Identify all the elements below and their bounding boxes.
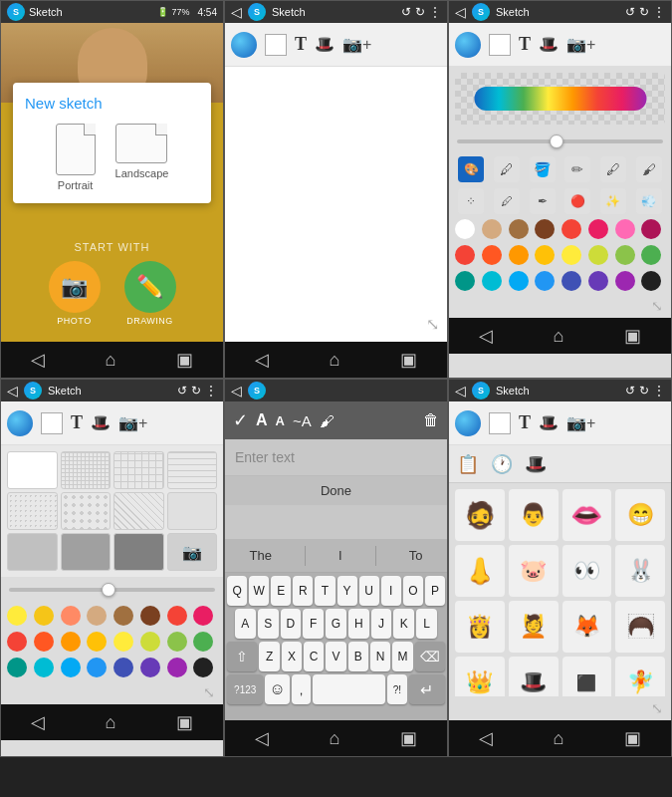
portrait-option[interactable]: Portrait [56, 124, 96, 191]
sticker-fox-ears[interactable]: 🦊 [562, 601, 612, 653]
key-a[interactable]: A [235, 609, 256, 639]
color-swatch[interactable] [561, 245, 581, 265]
key-j[interactable]: J [371, 609, 392, 639]
sticker-rabbit-ears[interactable]: 🐰 [615, 545, 665, 597]
back-icon-2[interactable]: ◁ [231, 4, 242, 20]
key-shift[interactable]: ⇧ [227, 642, 257, 671]
color-swatch[interactable] [588, 245, 608, 265]
texture-gray-light[interactable] [167, 492, 218, 530]
back-btn-1[interactable]: ◁ [31, 349, 45, 371]
recents-btn-3[interactable]: ▣ [624, 325, 641, 347]
autocomplete-i[interactable]: I [338, 548, 342, 563]
color-swatch[interactable] [87, 606, 107, 626]
text-tool-btn[interactable]: T [295, 34, 307, 55]
text-placeholder[interactable]: Enter text [225, 439, 447, 475]
color-swatch[interactable] [641, 219, 661, 239]
slider-thumb-4[interactable] [102, 583, 115, 597]
text-brush-btn[interactable]: 🖌 [320, 412, 335, 429]
color-swatch[interactable] [7, 658, 27, 677]
color-swatch[interactable] [7, 632, 27, 652]
key-i[interactable]: I [381, 576, 401, 606]
sticker-eyes[interactable]: 👀 [562, 545, 612, 597]
eraser-btn-3[interactable] [489, 34, 511, 56]
key-o[interactable]: O [403, 576, 423, 606]
color-swatch[interactable] [193, 658, 213, 677]
home-btn-1[interactable]: ⌂ [106, 350, 116, 371]
pen-tool[interactable]: 🖋 [600, 156, 626, 182]
back-icon-6[interactable]: ◁ [455, 383, 466, 398]
color-swatch[interactable] [34, 658, 54, 677]
redo-icon-6[interactable]: ↻ [639, 384, 649, 398]
text-style-btn[interactable]: ~A [293, 412, 312, 429]
eraser-btn-6[interactable] [489, 412, 511, 434]
sticker-dark-hair[interactable]: 🦱 [615, 601, 665, 653]
color-swatch[interactable] [535, 219, 555, 239]
back-btn-4[interactable]: ◁ [31, 711, 45, 733]
home-btn-2[interactable]: ⌂ [330, 350, 340, 371]
texture-blank[interactable] [7, 451, 58, 489]
marker-tool[interactable]: 🖊 [494, 188, 520, 214]
color-swatch[interactable] [167, 606, 187, 626]
color-swatch[interactable] [34, 606, 54, 626]
color-swatch[interactable] [140, 606, 160, 626]
sticker-square[interactable]: ⬛ [562, 657, 612, 696]
texture-grid-fine[interactable] [61, 451, 112, 489]
color-swatch[interactable] [140, 658, 160, 677]
camera-btn[interactable]: 📷+ [342, 35, 371, 54]
sticker-pig-nose[interactable]: 🐷 [509, 545, 559, 597]
sticker-teeth[interactable]: 😁 [615, 489, 665, 541]
recents-btn-5[interactable]: ▣ [400, 727, 417, 749]
key-k[interactable]: K [393, 609, 414, 639]
sticker-btn-3[interactable]: 🎩 [539, 35, 559, 54]
slider-thumb[interactable] [550, 134, 563, 148]
key-m[interactable]: M [392, 642, 412, 671]
back-icon-5[interactable]: ◁ [231, 383, 242, 398]
texture-gray-darker[interactable] [113, 533, 164, 571]
color-swatch[interactable] [615, 245, 635, 265]
sticker-btn-6[interactable]: 🎩 [539, 413, 559, 432]
key-y[interactable]: Y [337, 576, 357, 606]
more-icon-2[interactable]: ⋮ [429, 5, 441, 19]
size-slider-4[interactable] [9, 581, 215, 599]
key-e[interactable]: E [271, 576, 291, 606]
color-picker-tool[interactable]: 🎨 [458, 156, 484, 182]
sticker-tab-hat[interactable]: 🎩 [525, 453, 547, 475]
more-icon-6[interactable]: ⋮ [653, 384, 665, 398]
color-swatch[interactable] [113, 632, 133, 652]
calligraphy-tool[interactable]: ✒ [530, 188, 556, 214]
color-swatch[interactable] [561, 219, 581, 239]
color-swatch[interactable] [588, 271, 608, 291]
text-tool-btn-6[interactable]: T [519, 412, 531, 433]
brush-color-btn-4[interactable] [7, 410, 33, 436]
camera-btn-4[interactable]: 📷+ [118, 413, 147, 432]
color-swatch[interactable] [509, 219, 529, 239]
sticker-nose[interactable]: 👃 [455, 545, 505, 597]
color-swatch[interactable] [535, 245, 555, 265]
undo-icon-3[interactable]: ↺ [625, 5, 635, 19]
color-swatch[interactable] [482, 219, 502, 239]
color-swatch[interactable] [193, 606, 213, 626]
color-swatch[interactable] [87, 632, 107, 652]
brush-color-btn[interactable] [231, 32, 257, 58]
back-btn-5[interactable]: ◁ [255, 727, 269, 749]
key-s[interactable]: S [258, 609, 279, 639]
fill-tool[interactable]: 🪣 [530, 156, 556, 182]
sticker-red-hair[interactable]: 💆 [509, 601, 559, 653]
color-swatch[interactable] [61, 632, 81, 652]
key-emoji[interactable]: ☺ [265, 674, 289, 704]
key-n[interactable]: N [370, 642, 390, 671]
color-swatch[interactable] [167, 632, 187, 652]
key-b[interactable]: B [348, 642, 368, 671]
texture-diagonal[interactable] [113, 492, 164, 530]
camera-btn-6[interactable]: 📷+ [566, 413, 595, 432]
splatter-tool[interactable]: ⁘ [458, 188, 484, 214]
sticker-wig[interactable]: 👸 [455, 601, 505, 653]
key-r[interactable]: R [293, 576, 313, 606]
color-swatch[interactable] [455, 271, 475, 291]
sticker-fairy[interactable]: 🧚 [615, 657, 665, 696]
color-swatch[interactable] [641, 245, 661, 265]
color-swatch[interactable] [61, 606, 81, 626]
sticker-btn[interactable]: 🎩 [315, 35, 335, 54]
highlighter-tool[interactable]: 🔴 [564, 188, 590, 214]
back-icon-3[interactable]: ◁ [455, 4, 466, 20]
